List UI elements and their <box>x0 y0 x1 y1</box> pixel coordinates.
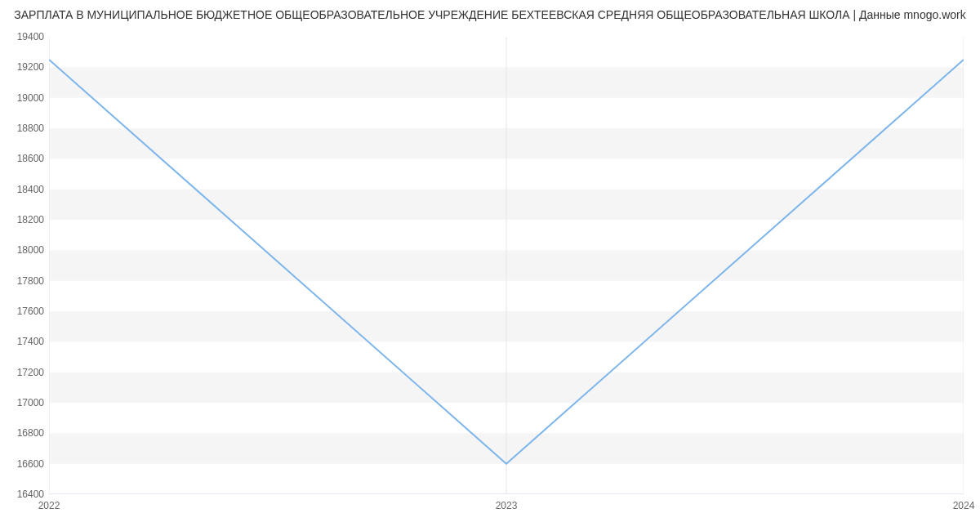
y-tick-label: 18600 <box>3 153 44 164</box>
y-tick-label: 17600 <box>3 306 44 317</box>
y-tick-label: 17200 <box>3 367 44 378</box>
y-tick-label: 18800 <box>3 123 44 134</box>
chart-container: ЗАРПЛАТА В МУНИЦИПАЛЬНОЕ БЮДЖЕТНОЕ ОБЩЕО… <box>0 0 980 531</box>
x-tick-label: 2022 <box>38 500 60 511</box>
y-tick-label: 19000 <box>3 92 44 104</box>
y-tick-label: 17800 <box>3 275 44 287</box>
y-tick-label: 19400 <box>3 31 44 42</box>
x-tick-label: 2024 <box>953 500 975 511</box>
y-tick-label: 16800 <box>3 427 44 439</box>
y-tick-label: 18200 <box>3 214 44 225</box>
chart-title: ЗАРПЛАТА В МУНИЦИПАЛЬНОЕ БЮДЖЕТНОЕ ОБЩЕО… <box>0 8 980 21</box>
y-tick-label: 16400 <box>3 489 44 500</box>
y-tick-label: 18400 <box>3 184 44 195</box>
y-tick-label: 16600 <box>3 458 44 470</box>
plot-area <box>49 37 964 494</box>
x-tick-label: 2023 <box>496 500 518 511</box>
y-tick-label: 17400 <box>3 336 44 347</box>
y-tick-label: 18000 <box>3 244 44 256</box>
y-tick-label: 17000 <box>3 397 44 408</box>
chart-svg <box>49 37 964 494</box>
y-tick-label: 19200 <box>3 61 44 73</box>
